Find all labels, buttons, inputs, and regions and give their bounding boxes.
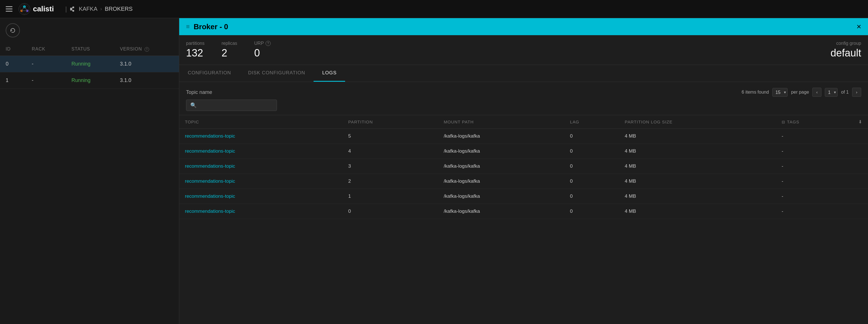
tab-configuration[interactable]: CONFIGURATION [179,65,240,82]
kafka-label: KAFKA [79,6,97,12]
log-size: 4 MB [619,144,776,159]
log-row[interactable]: recommendations-topic 3 /kafka-logs/kafk… [179,159,868,174]
svg-line-4 [24,7,27,11]
log-row[interactable]: recommendations-topic 1 /kafka-logs/kafk… [179,189,868,204]
panel-title-icon: ≡ [186,23,190,30]
log-mount-path: /kafka-logs/kafka [438,159,564,174]
topic-search-row: Topic name 6 items found 15 25 50 per pa… [179,82,868,100]
log-topic[interactable]: recommendations-topic [179,174,343,189]
log-tags: - [776,129,868,144]
partitions-label: partitions [186,41,205,46]
log-row[interactable]: recommendations-topic 5 /kafka-logs/kafk… [179,129,868,144]
col-version: VERSION ? [114,42,179,56]
urp-value: 0 [254,47,271,59]
log-partition: 4 [343,144,438,159]
svg-rect-7 [70,8,72,10]
log-tags: - [776,159,868,174]
page-select-wrapper[interactable]: 1 [825,88,838,97]
broker-rack: - [26,72,66,89]
svg-line-11 [72,9,72,11]
log-partition: 0 [343,204,438,219]
logs-table: TOPIC PARTITION MOUNT PATH LAG PARTITION… [179,115,868,219]
per-page-wrapper[interactable]: 15 25 50 [772,88,787,97]
partitions-stat: partitions 132 [186,41,205,59]
broker-row[interactable]: 0 - Running 3.1.0 [0,56,179,72]
config-group-label: config group [831,41,861,46]
log-size: 4 MB [619,159,776,174]
refresh-icon [10,27,16,34]
left-panel: ID RACK STATUS VERSION ? 0 - Running 3.1… [0,18,179,324]
tab-disk-configuration[interactable]: DISK CONFIGURATION [240,65,314,82]
kafka-icon [70,6,76,12]
log-row[interactable]: recommendations-topic 0 /kafka-logs/kafk… [179,204,868,219]
search-icon: 🔍 [190,102,196,108]
log-topic[interactable]: recommendations-topic [179,159,343,174]
urp-label-row: URP ? [254,41,271,46]
broker-rack: - [26,56,66,72]
urp-stat: URP ? 0 [254,41,271,59]
toolbar [0,18,179,42]
tab-logs[interactable]: LOGS [314,65,345,82]
close-button[interactable]: × [857,23,861,31]
hamburger-menu[interactable] [6,6,12,12]
log-partition: 3 [343,159,438,174]
prev-page-button[interactable]: ‹ [812,88,822,97]
log-mount-path: /kafka-logs/kafka [438,144,564,159]
log-size: 4 MB [619,189,776,204]
broker-status: Running [66,56,115,72]
search-box: 🔍 [186,100,277,111]
items-found: 6 items found [742,89,769,95]
config-group-stat: config group default [831,41,861,59]
broker-version: 3.1.0 [114,56,179,72]
svg-line-10 [72,7,72,9]
replicas-label: replicas [221,41,237,46]
main-area: ID RACK STATUS VERSION ? 0 - Running 3.1… [0,18,868,324]
log-tags: - [776,144,868,159]
config-group-value: default [831,47,861,59]
page-select[interactable]: 1 [825,88,838,97]
next-page-button[interactable]: › [852,88,861,97]
topic-search-input[interactable] [199,102,273,108]
filter-icon: ⊟ [782,120,785,124]
log-size: 4 MB [619,129,776,144]
nav-divider: | [65,5,67,13]
log-topic[interactable]: recommendations-topic [179,204,343,219]
log-lag: 0 [564,174,619,189]
broker-id: 0 [0,56,26,72]
replicas-stat: replicas 2 [221,41,237,59]
log-partition: 2 [343,174,438,189]
log-topic[interactable]: recommendations-topic [179,189,343,204]
top-navigation: calisti | KAFKA › BROKERS [0,0,868,18]
log-topic[interactable]: recommendations-topic [179,129,343,144]
broker-version: 3.1.0 [114,72,179,89]
per-page-label: per page [791,89,809,95]
col-tags: ⊟ TAGS ⬇ [776,115,868,129]
log-topic[interactable]: recommendations-topic [179,144,343,159]
stats-row: partitions 132 replicas 2 URP ? 0 config… [179,35,868,65]
topic-name-label: Topic name [186,89,212,95]
col-mount-path: MOUNT PATH [438,115,564,129]
log-row[interactable]: recommendations-topic 4 /kafka-logs/kafk… [179,144,868,159]
tags-header: ⊟ TAGS ⬇ [782,119,862,124]
replicas-value: 2 [221,47,237,59]
breadcrumb-sep: › [100,6,102,12]
broker-status: Running [66,72,115,89]
per-page-select[interactable]: 15 25 50 [772,88,787,97]
download-icon[interactable]: ⬇ [858,119,862,124]
log-size: 4 MB [619,204,776,219]
log-lag: 0 [564,159,619,174]
log-lag: 0 [564,189,619,204]
log-mount-path: /kafka-logs/kafka [438,129,564,144]
log-row[interactable]: recommendations-topic 2 /kafka-logs/kafk… [179,174,868,189]
svg-rect-9 [72,10,74,12]
broker-row[interactable]: 1 - Running 3.1.0 [0,72,179,89]
brokers-table: ID RACK STATUS VERSION ? 0 - Running 3.1… [0,42,179,89]
log-mount-path: /kafka-logs/kafka [438,189,564,204]
search-box-row: 🔍 [179,100,868,115]
refresh-button[interactable] [6,23,20,37]
of-text: of 1 [841,89,849,95]
log-tags: - [776,189,868,204]
nav-breadcrumb: KAFKA › BROKERS [70,6,132,12]
log-partition: 5 [343,129,438,144]
col-lag: LAG [564,115,619,129]
